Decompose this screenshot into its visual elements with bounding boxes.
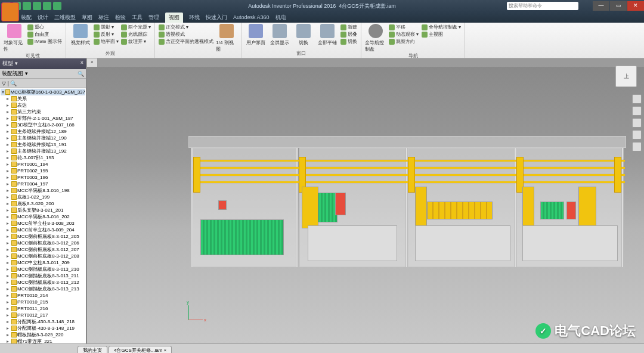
tab-electromech[interactable]: 机电: [275, 14, 286, 21]
section-view-button[interactable]: 1/4 剖视图: [216, 24, 237, 52]
reflect-dropdown[interactable]: 反射 ▾: [94, 31, 119, 38]
tab-getstarted[interactable]: 快速入门: [206, 14, 227, 21]
viewport-tab-close[interactable]: ×: [87, 58, 98, 67]
tab-inspect[interactable]: 检验: [115, 14, 126, 21]
tree-node[interactable]: ▸底板8-3-020_200: [1, 200, 85, 207]
help-search[interactable]: 搜索帮助和命令: [507, 2, 578, 10]
tree-node[interactable]: ▸零部件-2-1-001_ASM_187: [1, 115, 85, 122]
tab-3dmodel[interactable]: 三维模型: [54, 14, 76, 21]
tab-sketch[interactable]: 草图: [82, 14, 92, 21]
wheel-dd[interactable]: 全导航控制盘 ▾: [422, 24, 461, 30]
tree-node[interactable]: ▸帽71带连座_221: [1, 338, 85, 343]
qat-icon[interactable]: [53, 2, 61, 10]
ui-button[interactable]: 用户界面: [245, 24, 267, 46]
tab-a360[interactable]: Autodesk A360: [233, 14, 270, 20]
browser-header[interactable]: 模型 ▾×: [0, 58, 86, 69]
tree-node[interactable]: ▸3D模型中立柱8-2-007_188: [1, 122, 85, 128]
tree-node[interactable]: ▸MCC半隔板8-3-016_202: [1, 213, 85, 220]
minimize-button[interactable]: —: [593, 1, 609, 11]
tab-tools[interactable]: 工具: [132, 14, 143, 21]
tree-node[interactable]: ▸MCC侧挡板底板8-3-013_212: [1, 279, 85, 286]
browser-toolbar[interactable]: 装配视图 ▾🔍: [0, 69, 86, 79]
tab-design[interactable]: 设计: [38, 14, 48, 21]
imate-toggle[interactable]: iMate 图示符: [27, 38, 62, 45]
qat-icon[interactable]: [43, 2, 51, 10]
object-visibility-button[interactable]: 对象可见性: [4, 24, 25, 52]
tree-node[interactable]: ▸主条继续并接端13_191: [1, 141, 85, 148]
tab-annotate[interactable]: 标注: [98, 14, 109, 21]
tab-view[interactable]: 视图: [165, 13, 183, 23]
tree-node[interactable]: ▸PRT0011_216: [1, 305, 85, 312]
persp-ortho-button[interactable]: 含正交平面的透视模式: [159, 38, 213, 45]
tree-node[interactable]: ▸PRT0001_194: [1, 161, 85, 168]
doc-tab-active[interactable]: 4台GCS开关柜修...iam ×: [109, 346, 172, 353]
tree-node[interactable]: ▸底板3-022_199: [1, 194, 85, 200]
dof-toggle[interactable]: 自由度: [27, 31, 62, 38]
new-window-button[interactable]: 新建: [340, 24, 357, 30]
app-menu-button[interactable]: [1, 2, 19, 21]
tree-node[interactable]: ▸PRT0002_195: [1, 168, 85, 174]
tree-node[interactable]: ▸MCC前半立柱8-3-008_203: [1, 220, 85, 227]
tab-assembly[interactable]: 装配: [21, 14, 32, 21]
tree-node[interactable]: ▸MCC中立柱8-3-011_209: [1, 259, 85, 266]
tree-node[interactable]: ▸MCC侧前框底板8-3-012_205: [1, 233, 85, 240]
maximize-button[interactable]: ▭: [610, 1, 627, 11]
tree-node[interactable]: ▸MCC侧前框底板8-3-012_207: [1, 246, 85, 253]
tree-node[interactable]: ▸主条继续并接端12_189: [1, 128, 85, 135]
tree-node[interactable]: ▸分配简板-430-8-3-148_219: [1, 325, 85, 332]
orbit-button[interactable]: 动态观察 ▾: [389, 31, 419, 38]
tree-node[interactable]: ▸关系: [1, 95, 85, 102]
qat-icon[interactable]: [23, 2, 31, 10]
persp-button[interactable]: 透视模式: [159, 31, 213, 38]
fullscreen-button[interactable]: 全屏显示: [269, 24, 290, 46]
shadow-dropdown[interactable]: 阴影 ▾: [94, 24, 119, 30]
tree-node[interactable]: ▸MCC侧前框底板8-3-012_208: [1, 253, 85, 259]
switch-button[interactable]: 切换: [293, 24, 314, 46]
switch2-button[interactable]: 切换: [340, 38, 357, 45]
tile-button[interactable]: 全部平铺: [317, 24, 338, 46]
tree-node[interactable]: ▸MCC前半立柱8-3-009_204: [1, 227, 85, 233]
tree-node[interactable]: ▸PRT0010_215: [1, 299, 85, 305]
tree-node[interactable]: ▸帽板挡板8-3-025_220: [1, 332, 85, 338]
close-icon[interactable]: ×: [80, 60, 83, 68]
raytrace-button[interactable]: 光线跟踪: [121, 31, 151, 38]
texture-dropdown[interactable]: 纹理开 ▾: [121, 38, 151, 45]
close-button[interactable]: ✕: [627, 1, 644, 11]
qat-icon[interactable]: [33, 2, 41, 10]
tree-node[interactable]: ▸PRT0003_196: [1, 174, 85, 181]
tree-node[interactable]: ▸PRT0010_214: [1, 292, 85, 299]
tree-node[interactable]: ▸MCC侧挡板底板8-3-013_210: [1, 266, 85, 273]
tab-manage[interactable]: 管理: [148, 14, 159, 21]
zoom-icon[interactable]: [632, 118, 642, 128]
light-dropdown[interactable]: 两个光源 ▾: [121, 24, 151, 30]
cg-toggle[interactable]: 重心: [27, 24, 62, 30]
tab-environments[interactable]: 环境: [189, 14, 200, 21]
pan-button[interactable]: 平移: [389, 24, 419, 30]
doc-tab-home[interactable]: 我的主页: [78, 346, 107, 353]
tree-node[interactable]: ▸表达: [1, 102, 85, 109]
tree-node[interactable]: ▸后头支架8-3-021_201: [1, 207, 85, 213]
tree-node[interactable]: ▸主条继续并接端12_190: [1, 135, 85, 141]
pan-icon[interactable]: [632, 106, 642, 116]
tree-node[interactable]: ▸分配简板-430-8-3-148_218: [1, 318, 85, 325]
tree-node[interactable]: ▸PRT0004_197: [1, 181, 85, 187]
ortho-button[interactable]: 正交模式 ▾: [159, 24, 213, 30]
view-cube[interactable]: 上: [615, 66, 637, 87]
tree-node[interactable]: ▸MCC侧挡板底板8-3-013_211: [1, 273, 85, 279]
tree-node[interactable]: ▸MCC半隔板8-3-016_198: [1, 187, 85, 194]
viewport-3d[interactable]: × 上: [87, 58, 644, 343]
home-view-button[interactable]: 主视图: [422, 31, 461, 38]
nav-wheel-icon[interactable]: [632, 94, 642, 104]
lookat-button[interactable]: 观察方向: [389, 38, 419, 45]
cascade-button[interactable]: 层叠: [340, 31, 357, 38]
model-tree[interactable]: ▾MCC柜框架160-1-0-003_ASM_337▸关系▸表达▸第三方约束▸零…: [0, 88, 86, 343]
browser-filter[interactable]: ▽ | 🔍: [0, 79, 86, 88]
tree-node[interactable]: ▸第三方约束: [1, 109, 85, 115]
visual-style-button[interactable]: 视觉样式: [70, 24, 91, 46]
search-icon[interactable]: 🔍: [78, 71, 84, 77]
ground-dropdown[interactable]: 地平面 ▾: [94, 38, 119, 45]
tree-node[interactable]: ▸MCC侧挡板底板8-3-013_213: [1, 286, 85, 292]
nav-wheel-button[interactable]: 全导航控制盘: [365, 24, 386, 52]
tree-node[interactable]: ▸MCC侧前框底板8-3-012_206: [1, 240, 85, 246]
tree-node[interactable]: ▸PRT0012_217: [1, 312, 85, 318]
